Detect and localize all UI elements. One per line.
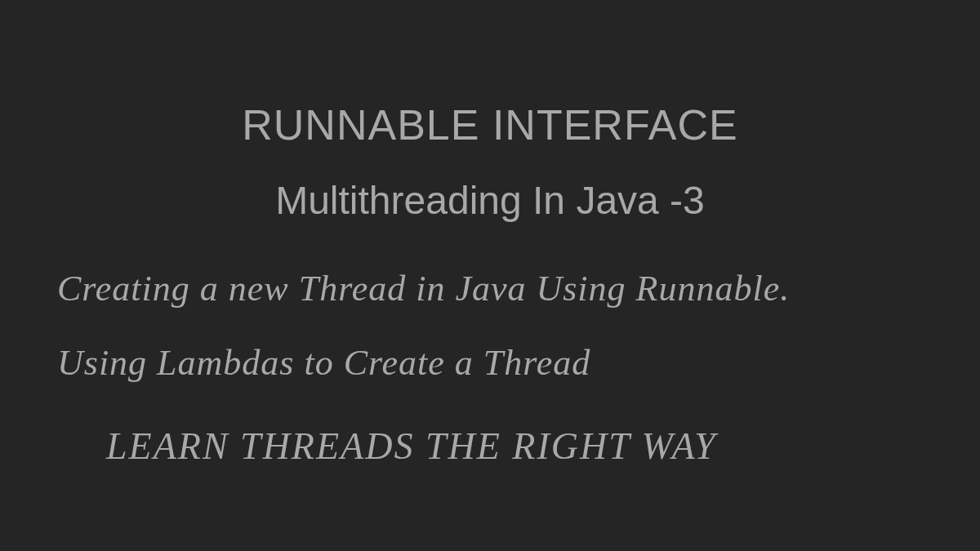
slide-title: RUNNABLE INTERFACE bbox=[49, 100, 931, 149]
bullet-line-2: Using Lambdas to Create a Thread bbox=[49, 342, 931, 384]
bullet-line-1: Creating a new Thread in Java Using Runn… bbox=[49, 268, 931, 309]
slide-footer: LEARN THREADS THE RIGHT WAY bbox=[49, 424, 931, 468]
slide-subtitle: Multithreading In Java -3 bbox=[49, 178, 931, 223]
